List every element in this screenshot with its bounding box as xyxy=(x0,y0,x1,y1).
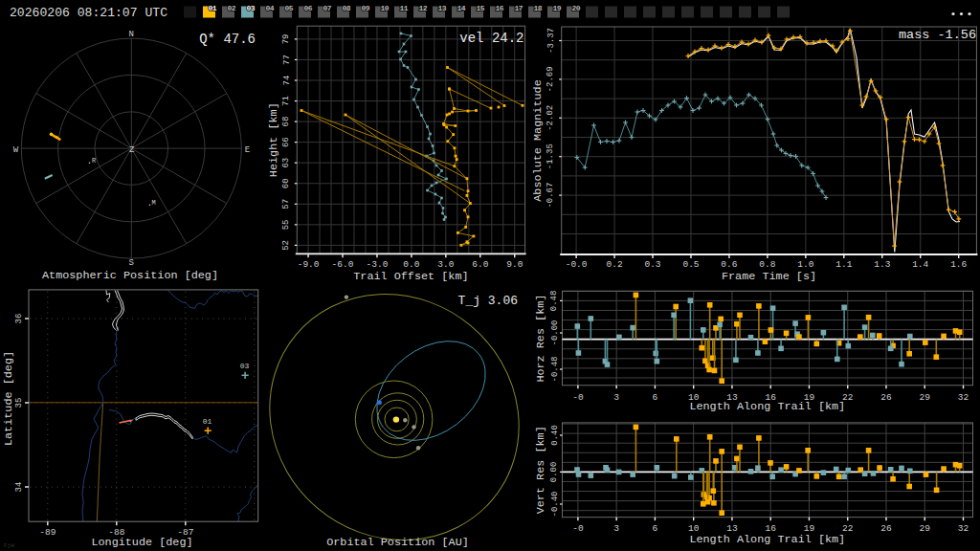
svg-text:20260206 08:21:07 UTC: 20260206 08:21:07 UTC xyxy=(10,6,167,20)
svg-text:-0: -0 xyxy=(572,523,584,534)
svg-text:18: 18 xyxy=(534,4,543,12)
svg-text:05: 05 xyxy=(285,4,294,12)
svg-text:06: 06 xyxy=(304,4,313,12)
svg-text:-2.02: -2.02 xyxy=(546,105,556,131)
svg-text:10: 10 xyxy=(381,4,390,12)
svg-text:11: 11 xyxy=(400,4,409,12)
svg-text:07: 07 xyxy=(323,4,332,12)
svg-text:-3.37: -3.37 xyxy=(546,28,556,54)
svg-text:0.48: 0.48 xyxy=(550,291,560,312)
svg-text:W: W xyxy=(13,145,19,155)
svg-text:Vert Res [km]: Vert Res [km] xyxy=(535,426,548,514)
svg-text:Atmospheric Position [deg]: Atmospheric Position [deg] xyxy=(42,269,218,282)
svg-text:1.3: 1.3 xyxy=(874,259,890,270)
svg-text:Length Along Trail [km]: Length Along Trail [km] xyxy=(689,533,845,546)
svg-text:01: 01 xyxy=(209,4,217,12)
svg-text:71: 71 xyxy=(282,96,292,106)
svg-text:1.4: 1.4 xyxy=(912,259,928,270)
svg-text:0.2: 0.2 xyxy=(607,259,623,270)
svg-text:14: 14 xyxy=(457,4,466,12)
svg-text:13: 13 xyxy=(438,4,447,12)
svg-text:Frame Time [s]: Frame Time [s] xyxy=(722,270,816,283)
svg-text:6: 6 xyxy=(653,392,658,403)
svg-text:6.0: 6.0 xyxy=(472,259,488,270)
svg-text:9.0: 9.0 xyxy=(506,259,523,270)
svg-text:19: 19 xyxy=(553,4,562,12)
svg-text:12: 12 xyxy=(419,4,428,12)
svg-text:0.00: 0.00 xyxy=(550,462,560,483)
svg-text:M: M xyxy=(151,199,155,207)
svg-text:34: 34 xyxy=(14,482,24,493)
svg-text:02: 02 xyxy=(228,4,236,12)
svg-text:mass -1.56: mass -1.56 xyxy=(899,28,976,42)
svg-text:3: 3 xyxy=(613,523,619,534)
svg-text:63: 63 xyxy=(282,158,292,168)
svg-text:09: 09 xyxy=(362,4,370,12)
svg-text:FjW: FjW xyxy=(4,542,14,549)
svg-text:Horz Res [km]: Horz Res [km] xyxy=(535,295,548,383)
svg-text:32: 32 xyxy=(958,392,969,403)
svg-text:-9.0: -9.0 xyxy=(298,259,320,270)
svg-text:20: 20 xyxy=(572,4,581,12)
svg-text:Length Along Trail [km]: Length Along Trail [km] xyxy=(689,400,845,413)
svg-text:60: 60 xyxy=(282,178,292,188)
svg-text:-3.0: -3.0 xyxy=(367,259,389,270)
svg-text:-1.35: -1.35 xyxy=(546,143,556,169)
svg-text:0.0: 0.0 xyxy=(403,259,419,270)
svg-text:29: 29 xyxy=(919,392,930,403)
svg-text:79: 79 xyxy=(282,33,292,44)
svg-text:E: E xyxy=(245,145,250,155)
svg-text:36: 36 xyxy=(14,314,24,324)
svg-text:77: 77 xyxy=(282,55,292,65)
svg-text:26: 26 xyxy=(880,523,892,534)
svg-text:Absolute Magnitude: Absolute Magnitude xyxy=(531,79,545,201)
svg-text:-0.67: -0.67 xyxy=(546,183,556,209)
svg-text:6: 6 xyxy=(653,523,658,534)
svg-text:08: 08 xyxy=(343,4,351,12)
svg-text:16: 16 xyxy=(496,4,504,12)
svg-text:Latitude [deg]: Latitude [deg] xyxy=(2,351,15,446)
svg-text:3: 3 xyxy=(613,392,619,403)
svg-text:35: 35 xyxy=(14,398,24,408)
svg-text:0.6: 0.6 xyxy=(721,259,737,270)
svg-text:03: 03 xyxy=(247,4,256,12)
svg-text:Trail Offset [km]: Trail Offset [km] xyxy=(353,270,468,283)
svg-text:0.8: 0.8 xyxy=(759,259,775,270)
svg-text:55: 55 xyxy=(282,219,292,230)
svg-text:T_j 3.06: T_j 3.06 xyxy=(458,294,518,308)
svg-text:01: 01 xyxy=(203,417,212,426)
svg-text:74: 74 xyxy=(282,76,292,86)
svg-text:-0.48: -0.48 xyxy=(550,356,560,382)
svg-text:-0.40: -0.40 xyxy=(550,491,560,517)
svg-text:3.0: 3.0 xyxy=(437,259,454,270)
svg-text:52: 52 xyxy=(282,240,292,251)
svg-text:-89: -89 xyxy=(39,527,56,538)
svg-text:17: 17 xyxy=(515,4,523,12)
svg-text:66: 66 xyxy=(282,137,292,147)
svg-text:32: 32 xyxy=(958,523,969,534)
svg-text:Q* 47.6: Q* 47.6 xyxy=(199,32,256,47)
svg-text:vel 24.2: vel 24.2 xyxy=(459,31,523,46)
svg-text:1.6: 1.6 xyxy=(950,259,967,270)
svg-text:-6.0: -6.0 xyxy=(332,259,354,270)
svg-text:Height [km]: Height [km] xyxy=(267,102,280,177)
svg-text:-0.0: -0.0 xyxy=(566,259,588,270)
svg-text:Z: Z xyxy=(129,145,135,155)
svg-text:03: 03 xyxy=(240,362,250,370)
svg-text:Longitude [deg]: Longitude [deg] xyxy=(91,536,192,549)
svg-text:-0: -0 xyxy=(572,392,584,403)
svg-text:0.40: 0.40 xyxy=(550,425,560,446)
svg-text:-2.69: -2.69 xyxy=(546,66,556,92)
svg-text:0.3: 0.3 xyxy=(644,259,660,270)
svg-text:1.0: 1.0 xyxy=(797,259,813,270)
svg-text:26: 26 xyxy=(880,392,892,403)
svg-text:15: 15 xyxy=(477,4,485,12)
svg-text:29: 29 xyxy=(919,523,930,534)
svg-text:0.5: 0.5 xyxy=(682,259,699,270)
svg-text:57: 57 xyxy=(282,199,292,209)
svg-text:Orbital Position [AU]: Orbital Position [AU] xyxy=(326,536,469,549)
svg-text:68: 68 xyxy=(282,117,292,127)
svg-text:-0.00: -0.00 xyxy=(550,320,560,345)
svg-text:N: N xyxy=(129,30,134,39)
svg-text:S: S xyxy=(129,258,134,268)
